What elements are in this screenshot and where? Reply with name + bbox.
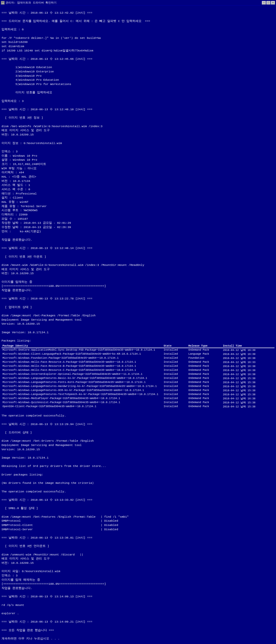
- table-cell: Installed: [162, 376, 187, 380]
- table-row: OpenSSH-Client-Package~31bf3856ad364e35~…: [2, 405, 274, 409]
- table-cell: Installed: [162, 364, 187, 368]
- close-button[interactable]: ✕: [271, 1, 275, 5]
- table-cell: Installed: [162, 397, 187, 401]
- table-row: Microsoft-Windows-Hello-Face-Resource-B-…: [2, 364, 274, 368]
- table-cell: Microsoft-Windows-LanguageFeatures-Handw…: [2, 384, 162, 388]
- table-cell: Microsoft-Windows-QuickAssist-Package~31…: [2, 401, 162, 405]
- table-cell: Installed: [162, 348, 187, 352]
- table-cell: OnDemand Pack: [187, 348, 222, 352]
- packages-table-container: Package IdentityStateRelease TypeInstall…: [0, 344, 276, 409]
- table-cell: OnDemand Pack: [187, 388, 222, 393]
- table-row: Microsoft-Windows-LanguageFeatures-TextT…: [2, 393, 274, 397]
- table-cell: 2018-04-12 날짜 16:38: [222, 364, 274, 368]
- table-row: Microsoft-Windows-InternetExplorer-Optio…: [2, 372, 274, 376]
- table-cell: 2018-04-12 날짜 15:38: [222, 384, 274, 388]
- table-cell: Microsoft-Windows-Hello-Face-Resource-A-…: [2, 360, 162, 364]
- table-cell: OnDemand Pack: [187, 380, 222, 384]
- table-row: Microsoft-Windows-Hello-Face-Resource-A-…: [2, 360, 274, 364]
- table-row: Microsoft-Windows-MediaPlayer-Package~31…: [2, 397, 274, 401]
- table-cell: Microsoft-Windows-InternetExplorer-Optio…: [2, 372, 162, 376]
- table-cell: Installed: [162, 352, 187, 356]
- table-cell: OnDemand Pack: [187, 397, 222, 401]
- table-row: Microsoft-Windows-LanguageFeatures-OCR-k…: [2, 388, 274, 393]
- table-header: Package Identity: [2, 344, 162, 348]
- table-cell: OnDemand Pack: [187, 384, 222, 388]
- table-cell: 2018-04-12 날짜 15:38: [222, 405, 274, 409]
- svg-rect-4: [2, 3, 3, 3]
- table-cell: OnDemand Pack: [187, 364, 222, 368]
- table-cell: Microsoft-Windows-MediaPlayer-Package~31…: [2, 397, 162, 401]
- table-cell: OnDemand Pack: [187, 393, 222, 397]
- table-cell: 2018-04-12 날짜 15:38: [222, 393, 274, 397]
- table-cell: 2018-04-12 날짜 16:39: [222, 352, 274, 356]
- svg-rect-2: [2, 2, 4, 2]
- table-cell: Installed: [162, 405, 187, 409]
- table-cell: Installed: [162, 380, 187, 384]
- table-cell: Microsoft-Windows-LanguageFeatures-Basic…: [2, 376, 162, 380]
- table-cell: OnDemand Pack: [187, 368, 222, 372]
- table-cell: 2018-04-12 날짜 16:38: [222, 368, 274, 372]
- table-cell: 2018-04-12 날짜 16:39: [222, 348, 274, 352]
- table-row: Microsoft-Windows-LanguageFeatures-Basic…: [2, 376, 274, 380]
- table-cell: OnDemand Pack: [187, 405, 222, 409]
- table-cell: OpenSSH-Client-Package~31bf3856ad364e35~…: [2, 405, 162, 409]
- table-cell: 2018-04-12 날짜 15:38: [222, 376, 274, 380]
- table-cell: 2018-04-12 날짜 15:38: [222, 401, 274, 405]
- table-cell: Installed: [162, 388, 187, 393]
- table-cell: 2018-04-12 날짜 16:38: [222, 372, 274, 376]
- table-header: State: [162, 344, 187, 348]
- table-cell: Microsoft-Windows-Hello-Face-Resource-C-…: [2, 368, 162, 372]
- table-row: Microsoft-Windows-LanguageFeatures-Fonts…: [2, 380, 274, 384]
- table-cell: Installed: [162, 384, 187, 388]
- table-cell: OnDemand Pack: [187, 376, 222, 380]
- table-cell: Foundation: [187, 356, 222, 360]
- table-cell: Installed: [162, 401, 187, 405]
- table-header: Release Type: [187, 344, 222, 348]
- table-row: Microsoft-OneCore-ApplicationModel-Sync-…: [2, 348, 274, 352]
- maximize-button[interactable]: □: [266, 1, 270, 5]
- minimize-button[interactable]: —: [262, 1, 266, 5]
- svg-rect-3: [2, 2, 4, 3]
- title-bar: 관리자: 업데이트와 드라이버 확인하기 — □ ✕: [0, 0, 276, 6]
- table-cell: Microsoft-Windows-Hello-Face-Resource-B-…: [2, 364, 162, 368]
- table-cell: Installed: [162, 368, 187, 372]
- window-title: 관리자: 업데이트와 드라이버 확인하기: [6, 1, 57, 5]
- table-row: Microsoft-Windows-QuickAssist-Package~31…: [2, 401, 274, 405]
- table-cell: OnDemand Pack: [187, 372, 222, 376]
- table-cell: Installed: [162, 393, 187, 397]
- table-cell: Installed: [162, 356, 187, 360]
- table-cell: Installed: [162, 360, 187, 364]
- table-cell: Microsoft-Windows-Foundation-Package~31b…: [2, 356, 162, 360]
- table-cell: Language Pack: [187, 352, 222, 356]
- terminal-output: === 날짜와 시간 : 2018-06-13 수 13:12:42.02 [2…: [0, 6, 276, 344]
- title-bar-left: 관리자: 업데이트와 드라이버 확인하기: [1, 1, 57, 5]
- table-row: Microsoft-Windows-Foundation-Package~31b…: [2, 356, 274, 360]
- table-cell: OnDemand Pack: [187, 401, 222, 405]
- table-header: Install Time: [222, 344, 274, 348]
- table-cell: OnDemand Pack: [187, 360, 222, 364]
- app-icon: [1, 1, 5, 5]
- table-row: Microsoft-Windows-Hello-Face-Resource-C-…: [2, 368, 274, 372]
- table-cell: Microsoft-Windows-LanguageFeatures-Fonts…: [2, 380, 162, 384]
- table-cell: 2018-04-12 날짜 16:38: [222, 356, 274, 360]
- window-controls: — □ ✕: [262, 1, 275, 5]
- table-row: Microsoft-Windows-Client-LanguagePack-Pa…: [2, 352, 274, 356]
- table-cell: 2018-04-12 날짜 15:38: [222, 380, 274, 384]
- table-cell: Microsoft-Windows-LanguageFeatures-OCR-k…: [2, 388, 162, 393]
- table-row: Microsoft-Windows-LanguageFeatures-Handw…: [2, 384, 274, 388]
- table-cell: Microsoft-OneCore-ApplicationModel-Sync-…: [2, 348, 162, 352]
- table-cell: 2018-04-12 날짜 16:33: [222, 360, 274, 364]
- table-cell: Microsoft-Windows-LanguageFeatures-TextT…: [2, 393, 162, 397]
- terminal-output-2: The operation completed successfully. ==…: [0, 409, 276, 642]
- table-cell: 2018-04-12 날짜 16:38: [222, 397, 274, 401]
- table-cell: 2018-04-12 날짜 15:38: [222, 388, 274, 393]
- table-cell: Microsoft-Windows-Client-LanguagePack-Pa…: [2, 352, 162, 356]
- packages-table: Package IdentityStateRelease TypeInstall…: [2, 344, 274, 409]
- table-cell: Installed: [162, 372, 187, 376]
